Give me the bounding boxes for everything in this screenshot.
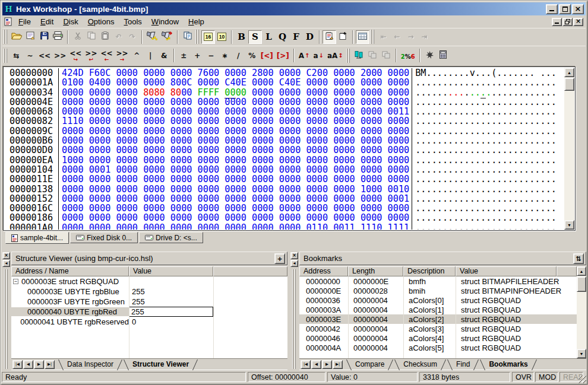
ascii-bytes[interactable]: .......................... bbox=[415, 145, 557, 155]
and-button[interactable]: & bbox=[157, 49, 171, 62]
add-button[interactable]: + bbox=[191, 49, 204, 62]
menu-help[interactable]: Help bbox=[184, 16, 209, 27]
hex-bytes[interactable]: 0000 0000 0000 0000 0000 0000 0000 0000 … bbox=[62, 184, 409, 194]
hex-content[interactable]: 00000000424D F60C 0000 0000 0000 7600 00… bbox=[5, 68, 564, 230]
scroll-thumb[interactable] bbox=[577, 276, 586, 292]
toolbar-gripper[interactable] bbox=[371, 30, 375, 44]
column-header-description[interactable]: Description bbox=[403, 266, 456, 276]
panel-close-button[interactable]: × bbox=[2, 252, 10, 259]
ascii-bytes[interactable]: .......................... bbox=[415, 213, 557, 222]
add-structure-button[interactable]: + bbox=[274, 253, 285, 264]
ascii-bytes[interactable]: .......................... bbox=[415, 155, 557, 165]
structure-row[interactable]: 00000041 UBYTE rgbReserved0 bbox=[11, 317, 287, 327]
tab-bookmarks[interactable]: Bookmarks bbox=[479, 359, 537, 370]
checksum-button[interactable]: 2%6 bbox=[399, 49, 417, 62]
hex-bytes[interactable]: 0000 0000 0000 0000 0000 0000 0000 0000 … bbox=[62, 223, 409, 230]
document-tab-fixed-disk-0-[interactable]: Fixed Disk 0... bbox=[70, 232, 138, 243]
column-header-address[interactable]: Address bbox=[299, 266, 348, 276]
tab-scroll-prev-button[interactable]: ◀ bbox=[311, 360, 321, 369]
compare-button[interactable] bbox=[181, 30, 194, 44]
quad-button[interactable]: Q bbox=[276, 30, 289, 44]
float-button[interactable]: F bbox=[289, 30, 303, 44]
minimize-button[interactable] bbox=[546, 4, 558, 14]
modulo-button[interactable]: % bbox=[245, 49, 259, 62]
ascii-bytes[interactable]: .......................... bbox=[415, 223, 557, 230]
hex-bytes[interactable]: 0000 0000 0000 0000 0000 0000 0000 0000 … bbox=[62, 194, 409, 203]
ascii-bytes[interactable]: .......................... bbox=[415, 194, 557, 203]
hex-bytes[interactable]: 0000 0000 0000 0000 0000 0000 0000 0000 … bbox=[62, 174, 409, 184]
scroll-down-icon[interactable]: ▼ bbox=[577, 349, 586, 358]
ascii-bytes[interactable]: BM........v...(....... ... bbox=[415, 68, 557, 78]
subtract-button[interactable]: − bbox=[204, 49, 218, 62]
maximize-button[interactable] bbox=[559, 4, 571, 14]
xor-button[interactable]: ^ bbox=[130, 49, 144, 62]
toolbar-gripper[interactable] bbox=[4, 49, 8, 63]
hex-bytes[interactable]: 0000 0000 0000 0000 0000 0000 0000 0000 … bbox=[62, 203, 409, 213]
column-header-value[interactable]: Value bbox=[456, 266, 557, 276]
tab-scroll-prev-button[interactable]: ◀ bbox=[23, 360, 33, 369]
ascii-bytes[interactable]: .......................... bbox=[415, 88, 557, 97]
ascii-bytes[interactable]: .......................... bbox=[415, 107, 557, 116]
rotate-right-button[interactable]: >>↩ bbox=[83, 49, 99, 62]
base-converter-button[interactable] bbox=[437, 49, 450, 62]
or-button[interactable]: | bbox=[144, 49, 157, 62]
add-bookmark-button[interactable] bbox=[336, 30, 350, 44]
tab-checksum[interactable]: Checksum bbox=[394, 359, 447, 370]
tab-data-inspector[interactable]: Data Inspector bbox=[58, 359, 123, 370]
close-button[interactable]: × bbox=[572, 4, 584, 14]
tab-scroll-last-button[interactable]: ▶| bbox=[333, 360, 343, 369]
hex-base-button[interactable]: 16 bbox=[201, 30, 215, 44]
find-button[interactable] bbox=[145, 30, 160, 44]
compare-windows-button[interactable] bbox=[352, 49, 366, 62]
toolbar-gripper[interactable] bbox=[4, 30, 8, 44]
hex-bytes[interactable]: 0000 0000 0000 0000 0000 0000 0000 0000 … bbox=[62, 145, 409, 155]
menu-window[interactable]: Window bbox=[147, 16, 184, 27]
hex-bytes[interactable]: 1110 0000 0000 0000 0000 0000 0000 0000 … bbox=[62, 116, 409, 126]
find-next-button[interactable] bbox=[160, 30, 175, 44]
structure-row[interactable]: 0000003F UBYTE rgbGreen255 bbox=[11, 297, 287, 307]
ascii-bytes[interactable]: .......................... bbox=[415, 165, 557, 174]
column-header-length[interactable]: Length bbox=[348, 266, 403, 276]
tab-scroll-next-button[interactable]: ▶ bbox=[322, 360, 332, 369]
byte-button[interactable]: B bbox=[235, 30, 248, 44]
ascii-bytes[interactable]: .......................... bbox=[415, 203, 557, 213]
hex-bytes[interactable]: 0000 0001 0000 0000 0000 0000 0000 0000 … bbox=[62, 165, 409, 174]
bookmark-row[interactable]: 0000000E00000028bmihstruct BITMAPINFOHEA… bbox=[299, 286, 577, 295]
structure-row[interactable]: 00000040 UBYTE rgbRed bbox=[11, 307, 287, 317]
document-tab-drive-d-s-[interactable]: Drive D: <s... bbox=[139, 232, 203, 243]
roll-right-button[interactable]: >>→ bbox=[115, 49, 130, 62]
panel-gripper[interactable] bbox=[292, 269, 296, 369]
hex-bytes[interactable]: 0100 0400 0000 0000 800C 0000 C40E 0000 … bbox=[62, 78, 409, 87]
tab-find[interactable]: Find bbox=[447, 359, 479, 370]
mdi-restore-button[interactable] bbox=[562, 18, 573, 26]
roll-left-button[interactable]: <<← bbox=[99, 49, 114, 62]
ascii-bytes[interactable]: .......................... bbox=[415, 116, 557, 126]
hex-bytes[interactable]: 0000 0000 0000 0000 0000 0000 0000 0000 … bbox=[62, 126, 409, 136]
scroll-up-icon[interactable]: ▲ bbox=[577, 266, 586, 276]
ascii-bytes[interactable]: .......................... bbox=[415, 136, 557, 145]
save-button[interactable] bbox=[37, 30, 51, 44]
lowercase-button[interactable]: a↓ bbox=[311, 49, 325, 62]
tab-scroll-first-button[interactable]: |◀ bbox=[12, 360, 23, 369]
toolbar-gripper[interactable] bbox=[346, 49, 350, 63]
column-header-address-name[interactable]: Address / Name bbox=[11, 266, 129, 276]
hex-bytes[interactable]: 0000 0000 0000 0000 0000 0000 0000 0000 … bbox=[62, 107, 409, 116]
uppercase-button[interactable]: A↑ bbox=[297, 49, 312, 62]
hex-bytes[interactable]: 0000 0000 0000 0000 0000 0000 0000 0000 … bbox=[62, 97, 409, 107]
menu-disk[interactable]: Disk bbox=[58, 16, 83, 27]
hex-bytes[interactable]: 1000 0000 0000 0000 0000 0000 0000 0000 … bbox=[62, 155, 409, 165]
open-special-button[interactable] bbox=[24, 30, 37, 44]
short-button[interactable]: S bbox=[248, 30, 262, 44]
double-button[interactable]: D bbox=[303, 30, 317, 44]
resize-grip[interactable] bbox=[578, 376, 586, 383]
tab-scroll-last-button[interactable]: ▶| bbox=[45, 360, 55, 369]
bookmark-row[interactable]: 000000000000000Ebmfhstruct BITMAPFILEHEA… bbox=[299, 276, 577, 286]
bookmark-row[interactable]: 0000003600000004aColors[0]struct RGBQUAD bbox=[299, 295, 577, 305]
hex-bytes[interactable]: 0000 0000 0000 8080 8000 FFFF 0000 0000 … bbox=[62, 88, 409, 97]
hex-bytes[interactable]: 0000 0000 0000 0000 0000 0000 0000 0000 … bbox=[62, 213, 409, 222]
lower-bound-button[interactable]: [<] bbox=[259, 49, 275, 62]
open-button[interactable] bbox=[10, 30, 24, 44]
bookmark-row[interactable]: 0000003A00000004aColors[1]struct RGBQUAD bbox=[299, 305, 577, 314]
multiply-button[interactable]: ∗ bbox=[218, 49, 232, 62]
bookmark-row[interactable]: 0000004200000004aColors[3]struct RGBQUAD bbox=[299, 324, 577, 333]
